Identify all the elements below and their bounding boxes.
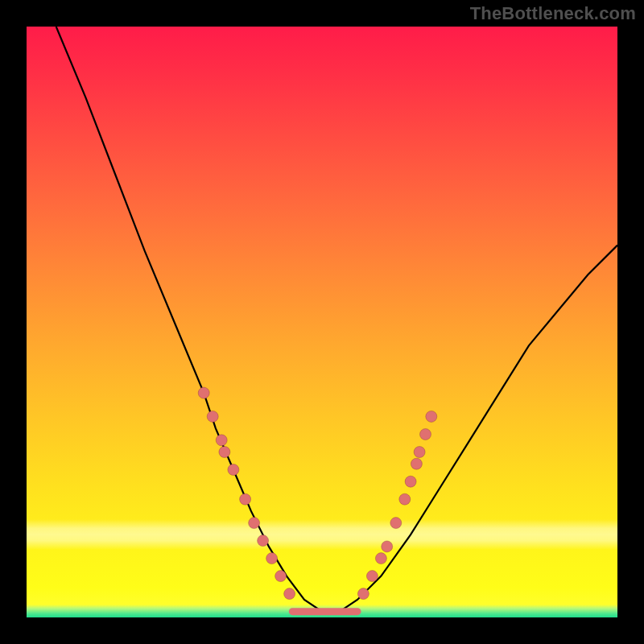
marker-dot — [390, 518, 402, 529]
marker-dot — [420, 429, 431, 440]
marker-dot — [366, 571, 378, 582]
marker-dot — [284, 588, 295, 600]
watermark-text: TheBottleneck.com — [470, 3, 636, 24]
marker-dot — [198, 387, 209, 398]
marker-dot — [249, 518, 260, 529]
marker-dot — [258, 535, 269, 547]
marker-dot — [275, 571, 287, 582]
marker-dot — [411, 458, 422, 469]
chart-frame: TheBottleneck.com — [0, 0, 644, 644]
curve-markers — [198, 387, 437, 599]
marker-dot — [426, 411, 437, 422]
marker-dot — [216, 435, 227, 446]
marker-dot — [399, 493, 411, 505]
marker-dot — [405, 476, 416, 487]
marker-dot — [219, 447, 230, 458]
bottleneck-curve-svg — [27, 27, 617, 617]
marker-dot — [207, 411, 218, 422]
marker-dot — [266, 553, 278, 564]
marker-dot — [382, 541, 393, 552]
marker-dot — [240, 493, 251, 505]
marker-dot — [375, 553, 386, 564]
plot-area — [27, 27, 617, 617]
bottleneck-curve — [56, 27, 617, 612]
marker-dot — [357, 588, 369, 600]
marker-dot — [414, 447, 425, 458]
marker-dot — [228, 464, 239, 476]
